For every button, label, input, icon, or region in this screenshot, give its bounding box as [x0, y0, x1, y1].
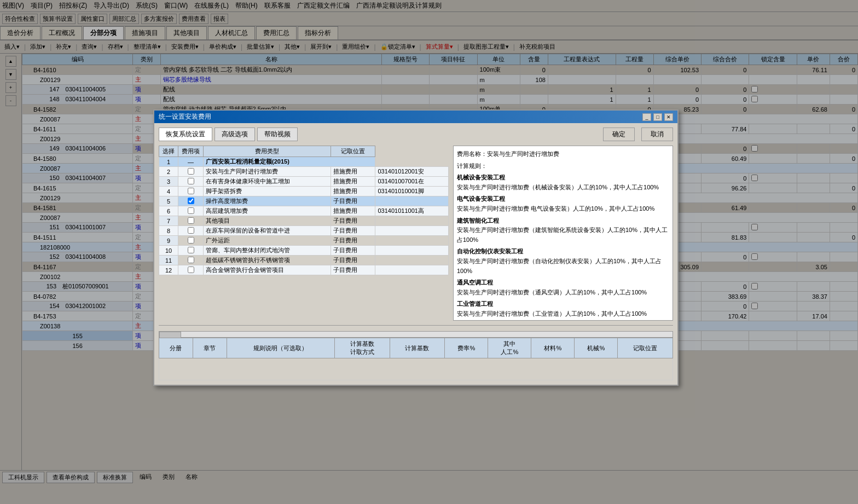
- fee-table: 选择 费用项 费用类型 记取位置 1 — 广西安装工程消耗量定额(: [159, 146, 449, 275]
- modal-body: 恢复系统设置 高级选项 帮助视频 确定 取消 选择 费用项 费用: [154, 123, 677, 385]
- fee-checkbox-cell: [178, 216, 204, 226]
- fee-checkbox-cell: [178, 226, 204, 236]
- bottom-col-calc-method: 计算基数计取方式: [335, 338, 390, 358]
- fee-position: [375, 216, 449, 226]
- fee-checkbox-cell: [178, 265, 204, 275]
- section5-content: 安装与生产同时进行增加费（通风空调）人工的10%，其中人工占100%: [457, 288, 669, 298]
- right-panel-fee-name: 费用名称：安装与生产同时进行增加费: [457, 149, 669, 159]
- fee-table-row[interactable]: 7 其他项目 子目费用: [159, 216, 449, 226]
- fee-table-row[interactable]: 4 脚手架搭拆费 措施费用 031401010001脚: [159, 187, 449, 196]
- fee-position: [375, 246, 449, 256]
- fee-name: 广西安装工程消耗量定额(2015): [204, 157, 375, 167]
- fee-checkbox[interactable]: [188, 247, 194, 253]
- fee-type: 措施费用: [331, 167, 375, 177]
- fee-position: [375, 265, 449, 275]
- fee-checkbox-cell: [178, 167, 204, 177]
- fee-table-row[interactable]: 6 高层建筑增加费 措施费用 031401011001高: [159, 206, 449, 216]
- right-panel-section3: 建筑智能化工程 安装与生产同时进行增加费（建筑智能化系统设备安装）人工的10%，…: [457, 216, 669, 245]
- fee-table-row[interactable]: 3 在有害身体健康环境中施工增加 措施费用 031401007001在: [159, 177, 449, 187]
- bottom-col-labor: 其中人工%: [488, 338, 531, 358]
- fee-table-row[interactable]: 2 安装与生产同时进行增加费 措施费用 031401012001安: [159, 167, 449, 177]
- fee-checkbox[interactable]: [188, 267, 194, 273]
- modal-left-panel: 选择 费用项 费用类型 记取位置 1 — 广西安装工程消耗量定额(: [159, 146, 449, 321]
- bottom-col-volume: 分册: [159, 338, 193, 358]
- fee-table-row[interactable]: 10 管廊、车间内整体封闭式地沟管 子目费用: [159, 246, 449, 256]
- modal-tab-restore[interactable]: 恢复系统设置: [159, 128, 212, 141]
- fee-checkbox[interactable]: [188, 198, 194, 204]
- modal-tab-help-video[interactable]: 帮助视频: [257, 128, 298, 141]
- fee-checkbox[interactable]: [188, 217, 194, 224]
- modal-confirm-btn[interactable]: 确定: [603, 128, 635, 141]
- fee-type: 子目费用: [331, 256, 375, 265]
- fee-checkbox-cell: [178, 246, 204, 256]
- fee-name: 在原车间保留的设备和管道中进: [204, 226, 331, 236]
- bottom-empty: [159, 358, 673, 380]
- fee-checkbox[interactable]: [188, 227, 194, 234]
- section6-heading: 工业管道工程: [457, 299, 669, 309]
- right-panel-section2: 电气设备安装工程 安装与生产同时进行增加费 电气设备安装）人工的10%，其中人工…: [457, 194, 669, 213]
- bottom-col-chapter: 章节: [193, 338, 227, 358]
- modal-h-scrollbar-thumb[interactable]: [159, 332, 181, 338]
- fee-table-row[interactable]: 8 在原车间保留的设备和管道中进 子目费用: [159, 226, 449, 236]
- fee-checkbox-cell: [178, 206, 204, 216]
- section1-heading: 机械设备安装工程: [457, 173, 669, 183]
- modal-cancel-btn[interactable]: 取消: [641, 128, 673, 141]
- modal-install-fee: 统一设置安装费用 _ □ ✕ 恢复系统设置 高级选项 帮助视频 确定 取消: [153, 109, 679, 386]
- modal-minimize-btn[interactable]: _: [642, 113, 651, 121]
- fee-position: 031401012001安: [375, 167, 449, 177]
- fee-checkbox-cell: [178, 256, 204, 265]
- bottom-col-machine: 机械%: [575, 338, 618, 358]
- section4-heading: 自动化控制仪表安装工程: [457, 247, 669, 257]
- fee-position: [375, 226, 449, 236]
- fee-col-select: 选择: [159, 146, 178, 157]
- fee-col-name: 费用项: [178, 146, 204, 157]
- fee-checkbox[interactable]: [188, 178, 194, 184]
- modal-h-scrollbar[interactable]: [159, 331, 673, 338]
- fee-col-position: 记取位置: [331, 146, 375, 157]
- fee-checkbox[interactable]: [188, 168, 194, 175]
- fee-checkbox[interactable]: [188, 257, 194, 263]
- fee-table-row[interactable]: 9 广外运距 子目费用: [159, 236, 449, 246]
- modal-bottom: 分册 章节 规则说明（可选取） 计算基数计取方式 计算基数 费率% 其中人工% …: [159, 325, 673, 380]
- fee-checkbox-cell: [178, 236, 204, 246]
- fee-table-row[interactable]: 12 高合金钢管执行合金钢管项目 子目费用: [159, 265, 449, 275]
- fee-position: 031401010001脚: [375, 187, 449, 196]
- bottom-table: 分册 章节 规则说明（可选取） 计算基数计取方式 计算基数 费率% 其中人工% …: [159, 338, 673, 380]
- modal-right-panel: 费用名称：安装与生产同时进行增加费 计算规则： 机械设备安装工程 安装与生产同时…: [453, 146, 673, 321]
- fee-name: 高层建筑增加费: [204, 206, 331, 216]
- fee-num: 6: [159, 206, 178, 216]
- section4-content: 安装与生产同时进行增加费（自动化控制仪表安装）人工的10%，其中人工占100%: [457, 257, 669, 276]
- modal-tab-advanced[interactable]: 高级选项: [215, 128, 255, 141]
- modal-maximize-btn[interactable]: □: [653, 113, 662, 121]
- right-label-name: 费用名称：安装与生产同时进行增加费: [457, 150, 559, 157]
- fee-type: 子目费用: [331, 246, 375, 256]
- fee-type: 子目费用: [331, 196, 375, 206]
- fee-checkbox[interactable]: [188, 237, 194, 244]
- fee-table-row[interactable]: 5 操作高度增加费 子目费用: [159, 196, 449, 206]
- section2-content: 安装与生产同时进行增加费 电气设备安装）人工的10%，其中人工占100%: [457, 204, 669, 214]
- section2-heading: 电气设备安装工程: [457, 194, 669, 204]
- modal-close-btn[interactable]: ✕: [664, 113, 673, 121]
- right-panel-section5: 通风空调工程 安装与生产同时进行增加费（通风空调）人工的10%，其中人工占100…: [457, 278, 669, 297]
- fee-check: —: [178, 157, 204, 167]
- fee-num: 12: [159, 265, 178, 275]
- fee-num: 1: [159, 157, 178, 167]
- fee-type: 子目费用: [331, 265, 375, 275]
- fee-table-row[interactable]: 1 — 广西安装工程消耗量定额(2015): [159, 157, 449, 167]
- fee-checkbox[interactable]: [188, 188, 194, 194]
- right-panel-section1: 机械设备安装工程 安装与生产同时进行增加费（机械设备安装）人工的10%，其中人工…: [457, 173, 669, 192]
- section6-content: 安装与生产同时进行增加费（工业管道）人工的10%，其中人工占100%: [457, 309, 669, 319]
- right-panel-calc-rule: 计算规则：: [457, 161, 669, 171]
- modal-content: 选择 费用项 费用类型 记取位置 1 — 广西安装工程消耗量定额(: [159, 146, 673, 321]
- fee-num: 5: [159, 196, 178, 206]
- fee-name: 安装与生产同时进行增加费: [204, 167, 331, 177]
- bottom-table-row: [159, 358, 673, 380]
- fee-type: 措施费用: [331, 206, 375, 216]
- fee-checkbox[interactable]: [188, 207, 194, 214]
- fee-num: 3: [159, 177, 178, 187]
- fee-position: 031401007001在: [375, 177, 449, 187]
- modal-tabs: 恢复系统设置 高级选项 帮助视频 确定 取消: [159, 128, 673, 141]
- fee-table-row[interactable]: 11 超低碳不锈钢管执行不锈钢管项 子目费用: [159, 256, 449, 265]
- fee-name: 脚手架搭拆费: [204, 187, 331, 196]
- fee-name: 高合金钢管执行合金钢管项目: [204, 265, 331, 275]
